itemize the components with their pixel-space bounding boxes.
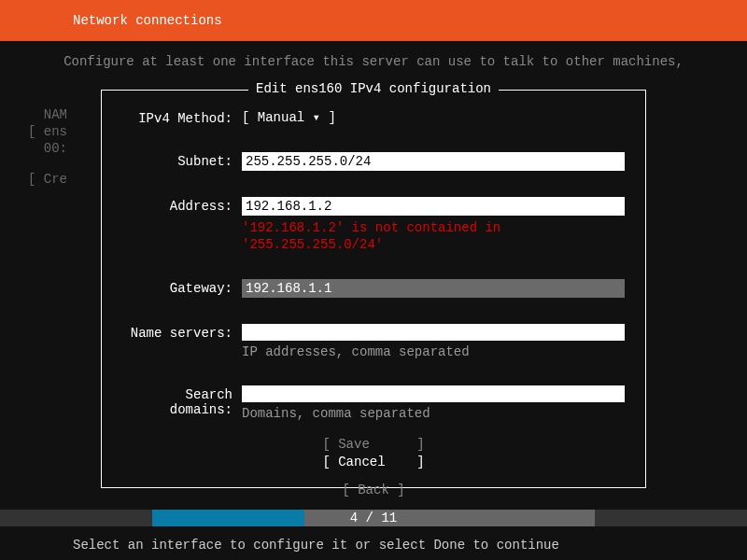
page-title: Network connections — [73, 13, 222, 28]
ipv4-config-dialog: Edit ens160 IPv4 configuration IPv4 Meth… — [101, 90, 646, 488]
search-help: Domains, comma separated — [242, 402, 625, 421]
subnet-label: Subnet: — [122, 152, 242, 169]
address-label: Address: — [122, 197, 242, 214]
method-select[interactable]: [ Manual ▾ ] — [242, 110, 336, 125]
bg-nam-header: NAM — [28, 106, 67, 123]
gateway-label: Gateway: — [122, 279, 242, 296]
method-label: IPv4 Method: — [122, 109, 242, 126]
nameservers-input[interactable] — [242, 324, 625, 341]
background-interface-list: NAM [ ens 00: [ Cre — [28, 106, 67, 188]
bg-mac-fragment: 00: — [28, 140, 67, 157]
dialog-title: Edit ens160 IPv4 configuration — [248, 81, 499, 96]
progress-text: 4 / 11 — [0, 511, 747, 525]
save-button[interactable]: [ Save ] — [122, 436, 625, 453]
page-header: Network connections — [0, 0, 747, 41]
address-error: '192.168.1.2' is not contained in '255.2… — [242, 216, 625, 253]
progress-bar: 4 / 11 — [0, 510, 747, 526]
search-label: Search domains: — [122, 385, 242, 417]
instruction-text: Configure at least one interface this se… — [0, 41, 747, 82]
dialog-buttons: [ Save ] [ Cancel ] — [122, 436, 625, 469]
search-input[interactable] — [242, 385, 625, 402]
footer-hint: Select an interface to configure it or s… — [73, 538, 559, 553]
bg-interface-ens: [ ens — [28, 123, 67, 140]
address-input[interactable]: 192.168.1.2 — [242, 197, 625, 216]
bg-create-fragment: [ Cre — [28, 171, 67, 188]
nameservers-label: Name servers: — [122, 324, 242, 341]
back-button[interactable]: [ Back ] — [0, 483, 747, 497]
gateway-input[interactable]: 192.168.1.1 — [242, 279, 625, 298]
back-button-label[interactable]: [ Back ] — [342, 483, 404, 497]
cancel-button[interactable]: [ Cancel ] — [122, 454, 625, 470]
nameservers-help: IP addresses, comma separated — [242, 341, 625, 359]
subnet-input[interactable]: 255.255.255.0/24 — [242, 152, 625, 171]
